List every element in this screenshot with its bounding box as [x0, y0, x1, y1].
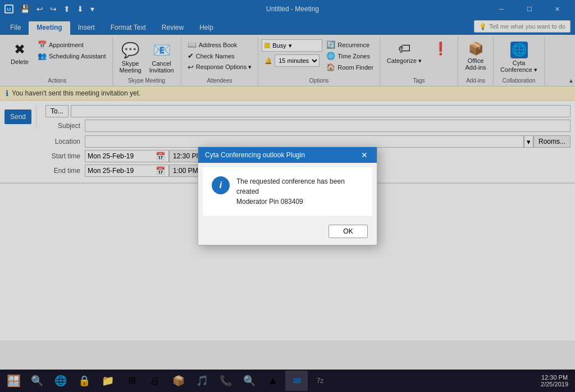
dialog-ok-button[interactable]: OK: [328, 225, 368, 238]
dialog: Cyta Conferencing outlook Plugin ✕ i The…: [198, 147, 377, 245]
dialog-main-message: The requested conference has been create…: [236, 176, 363, 197]
dialog-title: Cyta Conferencing outlook Plugin: [205, 151, 305, 159]
dialog-message-area: The requested conference has been create…: [236, 176, 363, 207]
dialog-footer: OK: [198, 220, 377, 245]
dialog-title-bar: Cyta Conferencing outlook Plugin ✕: [198, 147, 377, 163]
dialog-info-icon: i: [212, 176, 230, 194]
dialog-overlay: Cyta Conferencing outlook Plugin ✕ i The…: [0, 0, 575, 392]
dialog-sub-message: Moderator Pin 083409: [236, 197, 363, 207]
dialog-body: i The requested conference has been crea…: [203, 167, 372, 216]
dialog-close-button[interactable]: ✕: [359, 151, 370, 159]
